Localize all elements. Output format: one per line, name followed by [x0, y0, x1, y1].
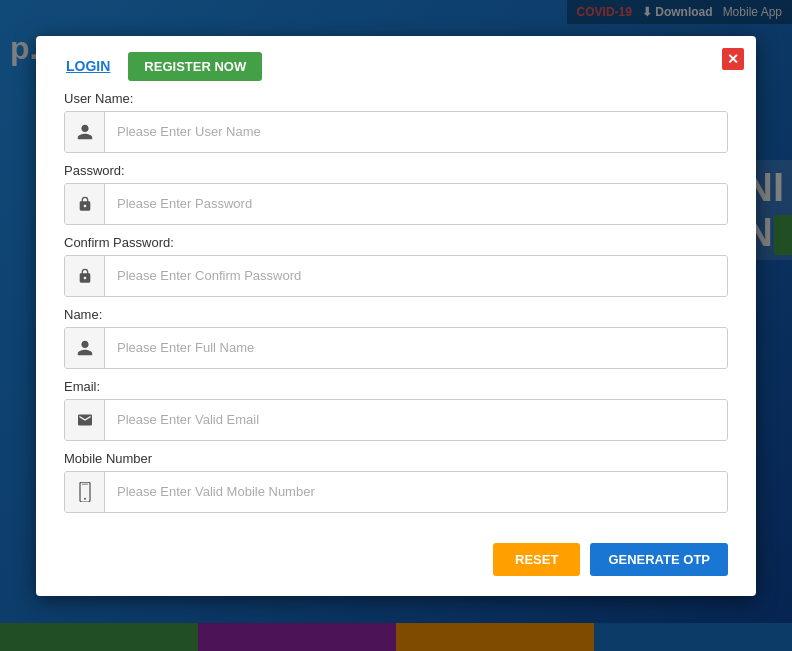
- mobile-icon: [65, 472, 105, 512]
- password-input-wrapper: [64, 183, 728, 225]
- close-button[interactable]: ✕: [722, 48, 744, 70]
- confirm-password-label: Confirm Password:: [64, 235, 728, 250]
- name-group: Name:: [64, 307, 728, 369]
- generate-otp-button[interactable]: GENERATE OTP: [590, 543, 728, 576]
- tab-register[interactable]: REGISTER NOW: [128, 52, 262, 81]
- username-input-wrapper: [64, 111, 728, 153]
- tab-login[interactable]: LOGIN: [56, 52, 120, 80]
- confirm-password-group: Confirm Password:: [64, 235, 728, 297]
- svg-point-1: [84, 497, 86, 499]
- user-icon: [65, 112, 105, 152]
- password-label: Password:: [64, 163, 728, 178]
- lock-icon: [65, 184, 105, 224]
- user2-icon: [65, 328, 105, 368]
- confirm-password-input[interactable]: [105, 256, 727, 296]
- button-row: RESET GENERATE OTP: [36, 533, 756, 576]
- name-input[interactable]: [105, 328, 727, 368]
- modal-backdrop: ✕ LOGIN REGISTER NOW User Name: Passwor: [0, 0, 792, 651]
- email-input[interactable]: [105, 400, 727, 440]
- username-label: User Name:: [64, 91, 728, 106]
- email-input-wrapper: [64, 399, 728, 441]
- lock2-icon: [65, 256, 105, 296]
- confirm-password-input-wrapper: [64, 255, 728, 297]
- name-label: Name:: [64, 307, 728, 322]
- mobile-input-wrapper: [64, 471, 728, 513]
- password-group: Password:: [64, 163, 728, 225]
- password-input[interactable]: [105, 184, 727, 224]
- name-input-wrapper: [64, 327, 728, 369]
- email-icon: [65, 400, 105, 440]
- username-group: User Name:: [64, 91, 728, 153]
- register-modal: ✕ LOGIN REGISTER NOW User Name: Passwor: [36, 36, 756, 596]
- username-input[interactable]: [105, 112, 727, 152]
- email-label: Email:: [64, 379, 728, 394]
- tabs-container: LOGIN REGISTER NOW: [36, 36, 756, 81]
- mobile-group: Mobile Number: [64, 451, 728, 513]
- mobile-input[interactable]: [105, 472, 727, 512]
- reset-button[interactable]: RESET: [493, 543, 580, 576]
- svg-rect-2: [81, 483, 88, 484]
- mobile-label: Mobile Number: [64, 451, 728, 466]
- form-body: User Name: Password:: [36, 81, 756, 533]
- email-group: Email:: [64, 379, 728, 441]
